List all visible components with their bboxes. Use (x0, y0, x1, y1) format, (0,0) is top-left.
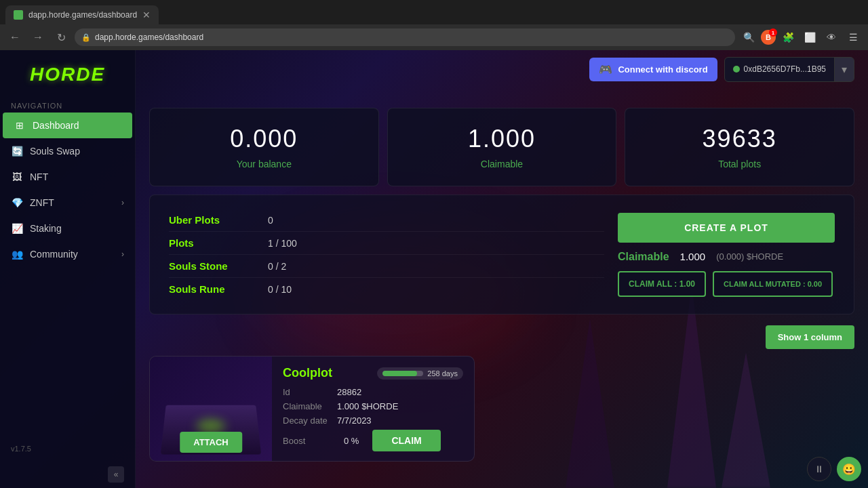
souls-rune-row: Souls Rune 0 / 10 (169, 278, 604, 300)
panel-claimable-label: Claimable (618, 251, 669, 263)
reload-btn[interactable]: ↻ (52, 28, 71, 47)
sidebar-item-community[interactable]: 👥 Community › (0, 241, 135, 267)
create-plot-btn[interactable]: CREATE A PLOT (618, 213, 835, 243)
sidebar-item-znft[interactable]: 💎 ZNFT › (0, 190, 135, 216)
staking-icon: 📈 (11, 222, 23, 235)
avatar-btn[interactable]: 😀 (837, 457, 861, 481)
main-content: 🎮 Connect with discord 0xdB2656D7Fb...1B… (136, 50, 868, 488)
url-text: dapp.horde.games/dashboard (95, 33, 203, 42)
sidebar-item-staking[interactable]: 📈 Staking (0, 216, 135, 241)
plot-timer: 258 days (377, 367, 463, 380)
info-right: CREATE A PLOT Claimable 1.000 (0.000) $H… (618, 209, 835, 300)
sidebar-version: v1.7.5 (0, 436, 135, 461)
extensions-btn[interactable]: 🧩 (778, 28, 797, 47)
panel-claimable-sub: (0.000) $HORDE (716, 251, 783, 262)
timer-text: 258 days (427, 369, 458, 378)
plots-val: 1 / 100 (268, 238, 297, 249)
claimable-row: Claimable 1.000 (0.000) $HORDE (618, 251, 835, 263)
claimable-value: 1.000 (404, 125, 600, 153)
plot-image-area: ATTACH (150, 357, 272, 461)
souls-stone-row: Souls Stone 0 / 2 (169, 255, 604, 278)
sidebar-item-nft[interactable]: 🖼 NFT (0, 164, 135, 190)
collapse-btn[interactable]: « (108, 466, 124, 483)
balance-value: 0.000 (166, 125, 362, 153)
claimable-label: Claimable (404, 159, 600, 169)
sidebar-logo: HORDE (0, 50, 135, 96)
claim-all-btn[interactable]: CLAIM ALL : 1.00 (618, 271, 706, 297)
info-panel: Uber Plots 0 Plots 1 / 100 Souls Stone 0… (149, 195, 854, 314)
plots-key: Plots (169, 237, 257, 249)
sidebar-item-dashboard[interactable]: ⊞ Dashboard (3, 113, 132, 138)
discord-btn-label: Connect with discord (618, 64, 707, 75)
browser-tab[interactable]: dapp.horde.games/dashboard ✕ (5, 5, 159, 24)
total-plots-label: Total plots (642, 159, 837, 169)
forward-btn[interactable]: → (28, 28, 47, 47)
discord-connect-btn[interactable]: 🎮 Connect with discord (589, 58, 717, 81)
dashboard-icon: ⊞ (14, 119, 26, 131)
lock-icon: 🔒 (81, 33, 91, 42)
souls-rune-key: Souls Rune (169, 283, 257, 295)
wallet-chevron-icon[interactable]: ▾ (834, 58, 854, 81)
plot-decay-val: 7/7/2023 (337, 415, 372, 426)
sidebar-label-souls-swap: Souls Swap (30, 146, 80, 157)
tab-title: dapp.horde.games/dashboard (28, 10, 137, 20)
total-plots-value: 39633 (642, 125, 837, 153)
avatar-icon: 😀 (842, 463, 856, 476)
wallet-address-text: 0xdB2656D7Fb...1B95 (744, 64, 826, 74)
app-body: HORDE Navigation ⊞ Dashboard 🔄 Souls Swa… (0, 50, 868, 488)
pause-btn[interactable]: ⏸ (807, 457, 831, 481)
znft-icon: 💎 (11, 197, 23, 209)
search-btn[interactable]: 🔍 (739, 28, 758, 47)
back-btn[interactable]: ← (5, 28, 24, 47)
boost-key: Boost (283, 436, 337, 446)
nft-icon: 🖼 (11, 171, 23, 183)
leo-btn[interactable]: 👁 (822, 28, 841, 47)
plot-decay-key: Decay date (283, 415, 337, 426)
sidebar-item-souls-swap[interactable]: 🔄 Souls Swap (0, 138, 135, 164)
sidebar-label-staking: Staking (30, 223, 62, 234)
info-left: Uber Plots 0 Plots 1 / 100 Souls Stone 0… (169, 209, 604, 300)
split-btn[interactable]: ⬜ (800, 28, 819, 47)
address-bar[interactable]: 🔒 dapp.horde.games/dashboard (75, 28, 735, 46)
sidebar-label-znft: ZNFT (30, 197, 54, 208)
browser-actions: 🔍 B 🧩 ⬜ 👁 ☰ (739, 28, 863, 47)
show-column-area: Show 1 column (149, 325, 854, 349)
stat-card-balance: 0.000 Your balance (149, 108, 379, 186)
attach-btn[interactable]: ATTACH (180, 432, 242, 453)
timer-fill (382, 371, 417, 376)
sidebar: HORDE Navigation ⊞ Dashboard 🔄 Souls Swa… (0, 50, 136, 488)
menu-btn[interactable]: ☰ (844, 28, 863, 47)
znft-chevron-icon: › (121, 198, 124, 207)
plot-boost-row: Boost 0 % CLAIM (283, 430, 463, 451)
bottom-bar: ⏸ 😀 (807, 457, 861, 481)
wallet-btn[interactable]: 0xdB2656D7Fb...1B95 ▾ (724, 57, 854, 82)
souls-rune-val: 0 / 10 (268, 284, 292, 295)
plot-info: Coolplot 258 days Id 28862 Claima (272, 357, 474, 461)
claim-mutated-btn[interactable]: CLAIM ALL MUTATED : 0.00 (713, 271, 833, 297)
plot-claimable-key: Claimable (283, 401, 337, 411)
uber-plots-key: Uber Plots (169, 214, 257, 226)
wallet-dot (733, 66, 740, 73)
uber-plots-val: 0 (268, 215, 273, 226)
tab-close-btn[interactable]: ✕ (142, 9, 151, 20)
claim-btn[interactable]: CLAIM (372, 430, 440, 451)
sidebar-collapse: « (0, 461, 135, 488)
brave-icon: B (761, 30, 776, 45)
souls-stone-key: Souls Stone (169, 260, 257, 272)
show-column-btn[interactable]: Show 1 column (766, 325, 854, 349)
header-bar: 🎮 Connect with discord 0xdB2656D7Fb...1B… (136, 50, 868, 88)
plot-card: ATTACH Coolplot 258 days Id (149, 356, 475, 462)
community-chevron-icon: › (121, 249, 124, 259)
balance-label: Your balance (166, 159, 362, 169)
sidebar-label-community: Community (30, 249, 78, 260)
browser-chrome: dapp.horde.games/dashboard ✕ ← → ↻ 🔒 dap… (0, 0, 868, 50)
sidebar-label-dashboard: Dashboard (33, 120, 79, 131)
browser-tabs: dapp.horde.games/dashboard ✕ (0, 0, 868, 24)
souls-swap-icon: 🔄 (11, 145, 23, 157)
plot-id-row: Id 28862 (283, 387, 463, 397)
panel-claimable-amount: 1.000 (680, 251, 706, 262)
sidebar-nav-label: Navigation (0, 96, 135, 113)
plot-name: Coolplot (283, 366, 332, 380)
plot-claimable-val: 1.000 $HORDE (337, 401, 398, 411)
boost-val: 0 % (344, 436, 359, 446)
